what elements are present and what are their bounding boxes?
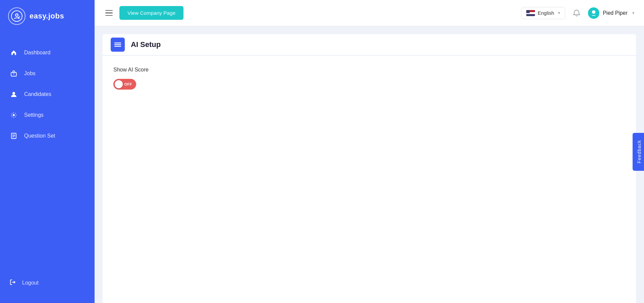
logo-text: easy.jobs [30, 12, 64, 20]
company-name: Pied Piper [603, 10, 628, 16]
sidebar-item-jobs[interactable]: Jobs [0, 63, 95, 84]
notifications-button[interactable] [571, 7, 583, 19]
language-selector[interactable]: English ▾ [521, 7, 565, 19]
sidebar-item-dashboard[interactable]: Dashboard [0, 42, 95, 63]
logout-label: Logout [22, 280, 39, 286]
candidates-icon [9, 90, 18, 99]
content-area: AI Setup Show AI Score OFF Version: 2.4.… [95, 26, 644, 303]
company-selector[interactable]: Pied Piper ▾ [588, 7, 635, 19]
page-title: AI Setup [131, 40, 161, 49]
card-body-empty [103, 100, 636, 303]
svg-point-8 [13, 114, 15, 116]
sidebar-item-jobs-label: Jobs [24, 70, 36, 77]
show-ai-score-label: Show AI Score [113, 67, 625, 73]
toggle-thumb [115, 80, 123, 88]
sidebar-bottom: Logout [0, 266, 95, 303]
sidebar-item-question-set-label: Question Set [24, 133, 55, 139]
logout-icon [9, 279, 16, 287]
page-header: AI Setup [103, 34, 636, 56]
ai-setup-icon [111, 38, 125, 52]
sidebar-item-candidates-label: Candidates [24, 91, 51, 97]
sidebar-item-question-set[interactable]: Question Set [0, 125, 95, 146]
question-set-icon [9, 132, 18, 140]
svg-point-2 [16, 14, 18, 16]
home-icon [9, 48, 18, 57]
chevron-down-icon: ▾ [558, 11, 560, 15]
main-area: View Company Page English ▾ Pied Piper ▾ [95, 0, 644, 303]
sidebar-item-settings-label: Settings [24, 112, 44, 118]
svg-rect-5 [11, 72, 16, 76]
toggle-wrapper: OFF [113, 79, 625, 90]
sidebar-item-dashboard-label: Dashboard [24, 50, 50, 56]
logo-icon [8, 7, 25, 25]
logout-button[interactable]: Logout [0, 273, 95, 293]
feedback-tab[interactable]: Feedback [632, 133, 644, 170]
feedback-label: Feedback [636, 140, 642, 163]
ai-score-toggle[interactable]: OFF [113, 79, 136, 90]
svg-line-4 [19, 16, 20, 17]
ai-setup-card: Show AI Score OFF [103, 56, 636, 100]
toggle-label: OFF [124, 82, 132, 86]
ai-setup-header-bar: AI Setup [103, 34, 636, 56]
sidebar: easy.jobs Dashboard Jobs [0, 0, 95, 303]
svg-rect-6 [13, 73, 14, 74]
jobs-icon [9, 69, 18, 78]
language-label: English [538, 10, 554, 16]
logo-area: easy.jobs [0, 0, 95, 32]
sidebar-nav: Dashboard Jobs Candidates [0, 32, 95, 266]
svg-point-7 [12, 92, 15, 95]
company-chevron-icon: ▾ [632, 10, 635, 15]
flag-icon [526, 10, 535, 16]
hamburger-button[interactable] [104, 9, 114, 17]
sidebar-item-settings[interactable]: Settings [0, 105, 95, 125]
view-company-button[interactable]: View Company Page [119, 6, 183, 20]
header: View Company Page English ▾ Pied Piper ▾ [95, 0, 644, 26]
sidebar-item-candidates[interactable]: Candidates [0, 84, 95, 105]
company-avatar [588, 7, 599, 19]
settings-icon [9, 111, 18, 119]
